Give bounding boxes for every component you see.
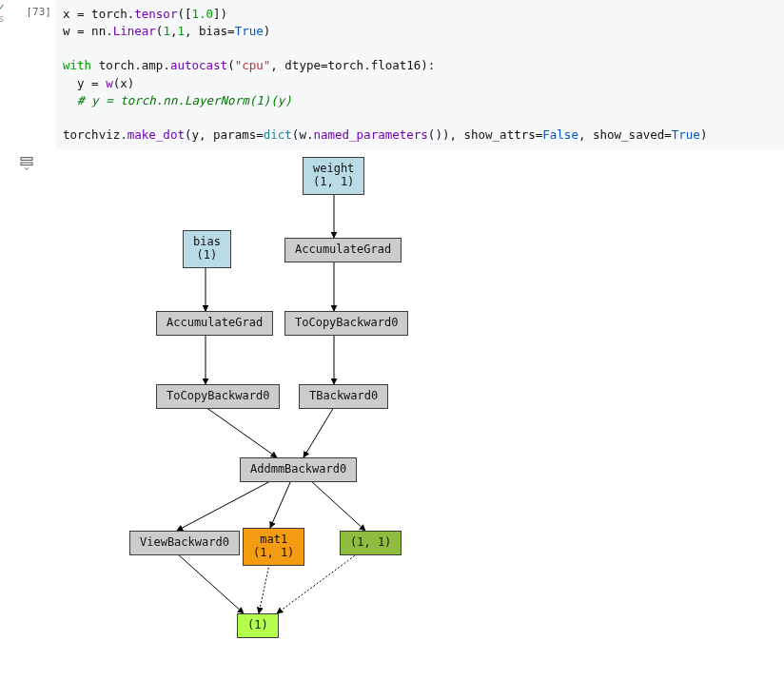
output-row: weight (1, 1) bias (1) AccumulateGrad Ac… xyxy=(0,149,784,663)
node-label: TBackward0 xyxy=(309,389,378,402)
svg-line-13 xyxy=(259,560,270,613)
node-weight: weight (1, 1) xyxy=(303,157,364,195)
svg-line-5 xyxy=(304,407,334,457)
output-toggle-icon[interactable] xyxy=(19,155,34,170)
node-tocopy-w: ToCopyBackward0 xyxy=(284,311,408,336)
node-shape: (1) xyxy=(193,249,221,262)
node-label: (1, 1) xyxy=(350,535,391,549)
svg-line-10 xyxy=(270,480,291,528)
node-label: AccumulateGrad xyxy=(295,242,391,256)
node-label: bias xyxy=(193,236,221,249)
node-mat1: mat1 (1, 1) xyxy=(243,528,304,566)
node-accgrad-w: AccumulateGrad xyxy=(284,238,402,262)
code-cell: ✓ s [73] x = torch.tensor([1.0]) w = nn.… xyxy=(0,0,784,149)
svg-rect-1 xyxy=(21,163,32,165)
node-bias: bias (1) xyxy=(183,230,231,268)
code-editor[interactable]: x = torch.tensor([1.0]) w = nn.Linear(1,… xyxy=(55,0,784,149)
node-label: ToCopyBackward0 xyxy=(167,389,269,402)
node-label: AccumulateGrad xyxy=(167,316,263,329)
node-label: mat1 xyxy=(253,534,294,547)
node-output: (1) xyxy=(237,613,279,638)
autograd-graph: weight (1, 1) bias (1) AccumulateGrad Ac… xyxy=(53,149,586,663)
node-intermediate: (1, 1) xyxy=(340,531,402,555)
svg-line-12 xyxy=(177,553,244,613)
node-viewbackward: ViewBackward0 xyxy=(129,531,240,555)
svg-line-9 xyxy=(177,480,272,531)
node-tbackward: TBackward0 xyxy=(299,384,388,409)
node-shape: (1, 1) xyxy=(253,547,294,560)
svg-line-11 xyxy=(310,480,365,531)
node-shape: (1, 1) xyxy=(313,176,354,189)
node-label: weight xyxy=(313,163,354,176)
svg-line-8 xyxy=(206,407,277,457)
svg-rect-0 xyxy=(21,158,32,161)
node-tocopy-b: ToCopyBackward0 xyxy=(156,384,280,409)
cell-gutter: ✓ s [73] xyxy=(0,0,55,24)
status-check-icon: ✓ xyxy=(0,2,5,12)
node-accgrad-b: AccumulateGrad xyxy=(156,311,273,336)
node-label: AddmmBackward0 xyxy=(250,462,346,475)
node-label: ViewBackward0 xyxy=(140,535,229,549)
node-addmm: AddmmBackward0 xyxy=(240,457,357,482)
execution-count: [73] xyxy=(27,6,52,18)
node-label: (1) xyxy=(247,618,268,631)
node-label: ToCopyBackward0 xyxy=(295,316,398,329)
status-sub-icon: s xyxy=(0,13,5,24)
output-gutter xyxy=(0,149,53,176)
